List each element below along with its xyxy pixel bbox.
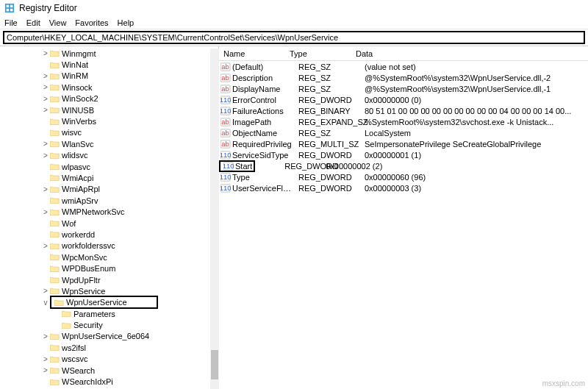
tree-item[interactable]: WinVerbs <box>0 115 218 126</box>
tree-item[interactable]: >workfolderssvc <box>0 240 218 251</box>
value-row[interactable]: abRequiredPrivilegREG_MULTI_SZSeImperson… <box>219 138 588 149</box>
svg-text:ab: ab <box>221 140 229 148</box>
menubar: File Edit View Favorites Help <box>0 16 588 29</box>
menu-favorites[interactable]: Favorites <box>75 18 108 27</box>
address-bar[interactable]: Computer\HKEY_LOCAL_MACHINE\SYSTEM\Curre… <box>3 31 585 44</box>
list-header: Name Type Data <box>219 46 588 61</box>
value-name: Description <box>231 74 294 82</box>
value-data: LocalSystem <box>360 129 588 138</box>
value-type: REG_DWORD <box>255 162 321 171</box>
tree-item[interactable]: WinNat <box>0 59 218 70</box>
tree-label: WpcMonSvc <box>62 253 107 262</box>
tree-label: wisvc <box>62 128 82 137</box>
tree-item[interactable]: >WpnService <box>0 285 218 296</box>
col-data[interactable]: Data <box>351 49 588 58</box>
svg-text:110: 110 <box>220 184 231 192</box>
menu-view[interactable]: View <box>49 18 67 27</box>
tree-item[interactable]: WmiAcpi <box>0 172 218 183</box>
tree-label: WinVerbs <box>62 117 96 126</box>
tree-label: WpdUpFltr <box>62 276 101 285</box>
tree-item[interactable]: vWpnUserService <box>0 297 218 308</box>
tree-scrollbar[interactable] <box>210 49 219 389</box>
tree-item[interactable]: wisvc <box>0 127 218 138</box>
tree-item[interactable]: workerdd <box>0 229 218 240</box>
col-name[interactable]: Name <box>219 49 285 58</box>
value-row[interactable]: abDisplayNameREG_SZ@%SystemRoot%\system3… <box>219 83 588 94</box>
tree-item[interactable]: WPDBusEnum <box>0 263 218 274</box>
value-name: Type <box>231 173 294 182</box>
tree-item[interactable]: Parameters <box>0 308 218 319</box>
value-row[interactable]: 110FailureActionsREG_BINARY80 51 01 00 0… <box>219 105 588 116</box>
list-view[interactable]: Name Type Data ab(Default)REG_SZ(value n… <box>219 46 588 388</box>
value-name: RequiredPrivileg <box>231 140 294 149</box>
value-name: ErrorControl <box>231 96 294 104</box>
tree-item[interactable]: >Winsock <box>0 82 218 93</box>
svg-text:110: 110 <box>223 162 234 170</box>
tree-label: WINUSB <box>62 106 94 115</box>
tree-item[interactable]: >wscsvc <box>0 354 218 365</box>
tree-view[interactable]: >Winmgmt WinNat>WinRM>Winsock>WinSock2>W… <box>0 46 219 388</box>
tree-item[interactable]: WSearchIdxPi <box>0 376 218 387</box>
tree-item[interactable]: >WinRM <box>0 71 218 82</box>
titlebar: Registry Editor <box>0 0 588 16</box>
tree-label: Winmgmt <box>62 49 96 58</box>
tree-item[interactable]: >WinSock2 <box>0 93 218 104</box>
tree-item[interactable]: WpcMonSvc <box>0 251 218 263</box>
value-row[interactable]: 110ServiceSidTypeREG_DWORD0x00000001 (1) <box>219 149 588 160</box>
tree-label: Winsock <box>62 83 93 92</box>
tree-label: WSearchIdxPi <box>62 377 113 386</box>
tree-item[interactable]: ws2ifsl <box>0 342 218 353</box>
value-data: 0x00000003 (3) <box>360 184 588 193</box>
value-type: REG_DWORD <box>294 184 360 193</box>
tree-item[interactable]: Wof <box>0 218 218 229</box>
col-type[interactable]: Type <box>285 49 351 58</box>
value-row[interactable]: 110ErrorControlREG_DWORD0x00000000 (0) <box>219 94 588 105</box>
value-row[interactable]: 110StartREG_DWORD0x00000002 (2) <box>219 160 588 171</box>
value-name: UserServiceFlags <box>231 184 294 193</box>
tree-item[interactable]: >WINUSB <box>0 104 218 115</box>
svg-text:110: 110 <box>220 151 231 159</box>
tree-label: Wof <box>62 219 76 228</box>
tree-item[interactable]: wmiApSrv <box>0 195 218 206</box>
value-type: REG_DWORD <box>294 96 360 104</box>
svg-text:110: 110 <box>220 107 231 115</box>
value-row[interactable]: abDescriptionREG_SZ@%SystemRoot%\system3… <box>219 72 588 83</box>
value-data: 0x00000002 (2) <box>321 162 588 171</box>
scrollbar-thumb[interactable] <box>211 350 218 379</box>
value-data: @%SystemRoot%\system32\WpnUserService.dl… <box>360 74 588 82</box>
tree-item[interactable]: >Winmgmt <box>0 48 218 59</box>
tree-item[interactable]: Security <box>0 319 218 330</box>
tree-label: WmiApRpl <box>62 185 100 193</box>
tree-label: ws2ifsl <box>62 343 86 352</box>
menu-file[interactable]: File <box>4 18 18 27</box>
value-type: REG_SZ <box>294 63 360 71</box>
tree-item[interactable]: >WpnUserService_6e064 <box>0 331 218 342</box>
value-row[interactable]: abObjectNameREG_SZLocalSystem <box>219 127 588 138</box>
svg-text:ab: ab <box>221 85 229 93</box>
value-data: 0x00000060 (96) <box>360 173 588 182</box>
value-row[interactable]: 110TypeREG_DWORD0x00000060 (96) <box>219 171 588 182</box>
tree-item[interactable]: >WmiApRpl <box>0 184 218 195</box>
tree-item[interactable]: WpdUpFltr <box>0 274 218 285</box>
svg-rect-2 <box>10 5 13 8</box>
tree-item[interactable]: >WMPNetworkSvc <box>0 206 218 217</box>
tree-label: WinNat <box>62 60 88 69</box>
tree-item[interactable]: wlpasvc <box>0 161 218 172</box>
window-title: Registry Editor <box>19 3 77 13</box>
tree-item[interactable]: >WSearch <box>0 365 218 376</box>
tree-label: WMPNetworkSvc <box>62 207 125 216</box>
tree-label: WlanSvc <box>62 140 93 149</box>
value-type: REG_BINARY <box>294 107 360 115</box>
start-value-highlight: 110Start <box>219 160 255 172</box>
value-row[interactable]: 110UserServiceFlagsREG_DWORD0x00000003 (… <box>219 182 588 193</box>
value-row[interactable]: abImagePathREG_EXPAND_SZ%SystemRoot%\sys… <box>219 116 588 127</box>
address-text: Computer\HKEY_LOCAL_MACHINE\SYSTEM\Curre… <box>7 33 338 42</box>
menu-edit[interactable]: Edit <box>26 18 40 27</box>
tree-item[interactable]: >WlanSvc <box>0 138 218 149</box>
value-type: REG_SZ <box>294 74 360 82</box>
tree-label: WinSock2 <box>62 94 98 103</box>
tree-label: workerdd <box>62 230 95 239</box>
menu-help[interactable]: Help <box>118 18 135 27</box>
tree-item[interactable]: >wlidsvc <box>0 150 218 161</box>
value-row[interactable]: ab(Default)REG_SZ(value not set) <box>219 61 588 72</box>
